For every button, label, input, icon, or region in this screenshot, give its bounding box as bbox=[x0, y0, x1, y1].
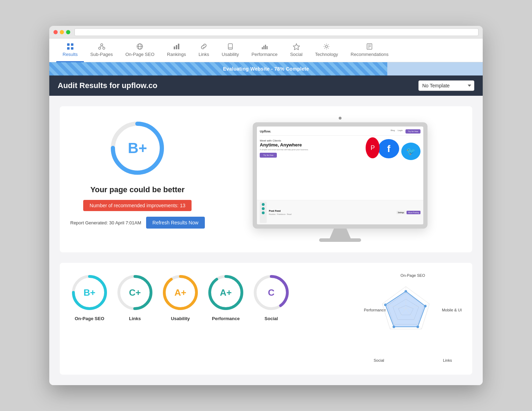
svg-rect-19 bbox=[265, 45, 266, 49]
page-message: Your page could be better bbox=[90, 185, 185, 194]
wp-cta-nav: Try for free bbox=[405, 129, 420, 134]
svg-point-48 bbox=[384, 304, 387, 306]
grade-circle: B+ bbox=[106, 117, 169, 180]
svg-rect-3 bbox=[71, 47, 73, 50]
nav-item-subpages[interactable]: Sub-Pages bbox=[84, 38, 119, 62]
nav-label-rankings: Rankings bbox=[167, 52, 186, 57]
score-item-usability: A+ Usability bbox=[161, 273, 200, 321]
svg-point-6 bbox=[103, 47, 105, 49]
radar-label-right: Mobile & UI bbox=[442, 308, 462, 312]
nav-item-technology[interactable]: Technology bbox=[309, 38, 344, 62]
svg-rect-14 bbox=[178, 44, 179, 49]
radar-label-bottom-left: Social bbox=[374, 358, 384, 362]
wp-link-blog: Blog bbox=[390, 129, 395, 134]
svg-rect-20 bbox=[266, 46, 267, 49]
score-grade-social: C bbox=[268, 287, 275, 298]
wp-tab-read: Read bbox=[287, 213, 292, 215]
maximize-button[interactable] bbox=[66, 30, 70, 34]
wp-tab-routine: Routine bbox=[269, 213, 275, 215]
score-label-onpageseo: On-Page SEO bbox=[75, 316, 105, 321]
wp-muse-btn: Muse Posting bbox=[407, 211, 420, 214]
audit-header: Audit Results for upflow.co No Template … bbox=[49, 75, 483, 96]
wp-hero-text: Meet with Clients Anytime, Anywhere A si… bbox=[260, 139, 362, 158]
wp-action-btns: Settings Muse Posting bbox=[396, 211, 420, 214]
pinterest-icon: P bbox=[366, 137, 380, 158]
nav-label-recommendations: Recommendations bbox=[351, 52, 388, 57]
wp-logo: Upflow. bbox=[260, 130, 271, 133]
nav-label-performance: Performance bbox=[251, 52, 277, 57]
improvements-badge: Number of recommended improvements: 13 bbox=[83, 200, 192, 211]
svg-rect-12 bbox=[174, 46, 175, 49]
svg-rect-0 bbox=[67, 43, 70, 46]
nav-item-usability[interactable]: Usability bbox=[215, 38, 245, 62]
progress-fill bbox=[49, 62, 387, 75]
svg-line-8 bbox=[102, 46, 104, 47]
wp-sidebar bbox=[260, 202, 267, 223]
score-grade-performance: A+ bbox=[220, 287, 232, 298]
rankings-icon bbox=[173, 43, 180, 50]
radar-chart: On-Page SEO Mobile & UI Links Social Per… bbox=[364, 273, 462, 364]
score-label-performance: Performance bbox=[212, 316, 239, 321]
nav-label-usability: Usability bbox=[222, 52, 239, 57]
radar-label-bottom-right: Links bbox=[443, 358, 452, 362]
progress-bar: Evaluating Website - 78% Complete bbox=[49, 62, 483, 75]
browser-titlebar bbox=[49, 26, 483, 38]
minimize-button[interactable] bbox=[60, 30, 64, 34]
nav-item-results[interactable]: Results bbox=[56, 38, 84, 62]
nav-item-links[interactable]: Links bbox=[192, 38, 215, 62]
score-label-links: Links bbox=[129, 316, 141, 321]
nav-label-onpageseo: On-Page SEO bbox=[125, 52, 154, 57]
grade-section: B+ Your page could be better Number of r… bbox=[70, 117, 205, 229]
wp-headline-normal: Meet with Clients bbox=[260, 139, 281, 142]
nav-item-social[interactable]: Social bbox=[284, 38, 309, 62]
nav-item-rankings[interactable]: Rankings bbox=[161, 38, 192, 62]
nav-label-technology: Technology bbox=[315, 52, 338, 57]
wp-headline: Meet with Clients Anytime, Anywhere bbox=[260, 139, 362, 148]
technology-icon bbox=[323, 43, 330, 50]
score-grade-usability: A+ bbox=[174, 287, 186, 298]
nav-item-recommendations[interactable]: Recommendations bbox=[344, 38, 395, 62]
svg-rect-15 bbox=[228, 44, 232, 49]
score-circles: B+ On-Page SEO C+ Links bbox=[70, 273, 353, 321]
score-circle-social: C bbox=[252, 273, 290, 312]
wp-headline-bold: Anytime, Anywhere bbox=[260, 142, 362, 148]
score-grade-links: C+ bbox=[129, 287, 141, 298]
wp-tab-freelance: Freelance bbox=[277, 213, 285, 215]
wp-bottom-bar: Post Feed Routine Freelance Read S bbox=[257, 200, 423, 224]
svg-point-4 bbox=[101, 44, 103, 46]
svg-rect-18 bbox=[263, 46, 264, 49]
grid-icon bbox=[66, 43, 74, 50]
monitor-notch bbox=[339, 117, 342, 120]
template-select[interactable]: No Template Basic Advanced E-commerce bbox=[418, 80, 474, 91]
performance-icon bbox=[261, 43, 268, 50]
svg-rect-2 bbox=[67, 47, 70, 50]
svg-point-46 bbox=[417, 326, 419, 328]
score-circle-links: C+ bbox=[116, 273, 154, 312]
svg-marker-21 bbox=[293, 44, 300, 50]
monitor-screen: Upflow. Blog Login Try for free bbox=[257, 127, 423, 224]
social-icon bbox=[293, 43, 300, 50]
refresh-button[interactable]: Refresh Results Now bbox=[146, 217, 205, 229]
nav-label-links: Links bbox=[199, 52, 209, 57]
nav-label-social: Social bbox=[290, 52, 302, 57]
svg-line-7 bbox=[100, 46, 102, 47]
wp-tabs: Routine Freelance Read bbox=[269, 213, 394, 215]
wp-settings-btn: Settings bbox=[396, 211, 405, 214]
svg-point-47 bbox=[393, 326, 395, 328]
upper-section: B+ Your page could be better Number of r… bbox=[60, 106, 472, 252]
wp-social-icons: P f 🐦 bbox=[366, 139, 420, 160]
score-item-onpageseo: B+ On-Page SEO bbox=[70, 273, 109, 321]
nav-bar: Results Sub-Pages On-Page SEO Rankings L… bbox=[49, 38, 483, 62]
subpages-icon bbox=[98, 43, 106, 50]
score-item-links: C+ Links bbox=[116, 273, 154, 321]
nav-item-performance[interactable]: Performance bbox=[245, 38, 283, 62]
wp-postfeed-label: Post Feed bbox=[269, 210, 394, 212]
wp-nav: Upflow. Blog Login Try for free bbox=[260, 129, 420, 136]
close-button[interactable] bbox=[53, 30, 58, 34]
nav-item-onpageseo[interactable]: On-Page SEO bbox=[119, 38, 161, 62]
url-bar[interactable] bbox=[74, 28, 479, 36]
seo-icon bbox=[136, 43, 144, 50]
wp-link-login: Login bbox=[397, 129, 403, 134]
grade-value: B+ bbox=[128, 140, 147, 157]
svg-point-5 bbox=[99, 47, 101, 49]
